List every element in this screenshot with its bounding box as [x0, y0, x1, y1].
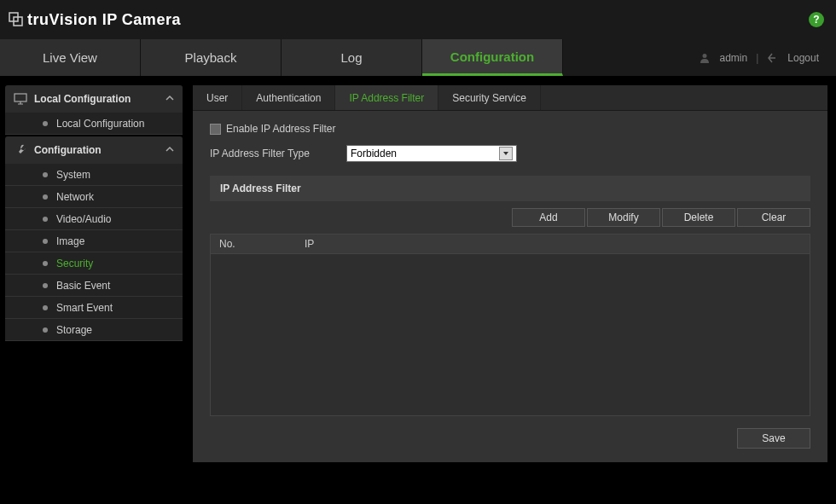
tab-authentication[interactable]: Authentication	[242, 85, 335, 110]
sidebar-section-local: Local Configuration Local Configuration	[5, 85, 183, 135]
filter-toolbar: Add Modify Delete Clear	[210, 201, 810, 234]
filter-type-label: IP Address Filter Type	[210, 148, 346, 159]
modify-button[interactable]: Modify	[587, 208, 660, 227]
nav-live-view[interactable]: Live View	[0, 39, 141, 76]
main-layout: Local Configuration Local Configuration …	[0, 77, 836, 504]
username-label: admin	[719, 52, 747, 64]
enable-filter-label: Enable IP Address Filter	[226, 123, 336, 135]
tab-bar: User Authentication IP Address Filter Se…	[193, 85, 827, 111]
monitor-icon	[14, 92, 27, 106]
filter-table-header: No. IP	[210, 234, 810, 254]
nav-configuration[interactable]: Configuration	[422, 39, 563, 76]
filter-type-value: Forbidden	[351, 148, 397, 159]
user-area: admin | Logout	[682, 39, 836, 76]
add-button[interactable]: Add	[512, 208, 585, 227]
sidebar-header-local[interactable]: Local Configuration	[5, 85, 183, 113]
chevron-up-icon	[165, 144, 174, 156]
sidebar-item-network[interactable]: Network	[5, 186, 183, 208]
column-no: No.	[211, 238, 296, 250]
sidebar-item-video-audio[interactable]: Video/Audio	[5, 208, 183, 230]
sidebar-item-storage[interactable]: Storage	[5, 319, 183, 341]
save-row: Save	[210, 416, 810, 454]
nav-spacer	[563, 39, 682, 76]
app-header: truVision IP Camera ?	[0, 0, 836, 39]
svg-rect-3	[15, 94, 26, 101]
brand-title: truVision IP Camera	[27, 11, 181, 29]
settings-panel: Enable IP Address Filter IP Address Filt…	[193, 111, 827, 462]
filter-type-select[interactable]: Forbidden	[346, 145, 517, 162]
sidebar-section-label: Local Configuration	[34, 93, 131, 105]
nav-log[interactable]: Log	[282, 39, 422, 76]
help-icon[interactable]: ?	[809, 12, 824, 27]
content-area: User Authentication IP Address Filter Se…	[188, 85, 836, 504]
enable-filter-row: Enable IP Address Filter	[210, 123, 810, 135]
top-nav: Live View Playback Log Configuration adm…	[0, 39, 836, 77]
save-button[interactable]: Save	[737, 428, 810, 449]
logout-icon	[767, 52, 779, 64]
tab-user[interactable]: User	[193, 85, 242, 110]
brand-logo-icon	[9, 12, 24, 27]
sidebar-section-config: Configuration System Network Video/Audio…	[5, 136, 183, 341]
chevron-up-icon	[165, 93, 174, 105]
sidebar: Local Configuration Local Configuration …	[0, 85, 188, 504]
sidebar-header-config[interactable]: Configuration	[5, 136, 183, 164]
delete-button[interactable]: Delete	[662, 208, 735, 227]
sidebar-item-smart-event[interactable]: Smart Event	[5, 297, 183, 319]
enable-filter-checkbox[interactable]	[210, 124, 221, 135]
filter-table-body	[210, 254, 810, 416]
sidebar-item-image[interactable]: Image	[5, 230, 183, 252]
clear-button[interactable]: Clear	[737, 208, 810, 227]
sidebar-item-security[interactable]: Security	[5, 252, 183, 275]
sidebar-section-label: Configuration	[34, 144, 102, 156]
tab-ip-address-filter[interactable]: IP Address Filter	[335, 85, 438, 110]
wrench-icon	[14, 143, 27, 157]
filter-section: IP Address Filter Add Modify Delete Clea…	[210, 176, 810, 416]
sidebar-item-system[interactable]: System	[5, 164, 183, 186]
nav-playback[interactable]: Playback	[141, 39, 282, 76]
sidebar-item-local-configuration[interactable]: Local Configuration	[5, 113, 183, 135]
filter-section-title: IP Address Filter	[210, 176, 810, 201]
dropdown-icon	[499, 147, 513, 160]
user-icon	[699, 52, 711, 64]
filter-type-row: IP Address Filter Type Forbidden	[210, 145, 810, 162]
sidebar-item-basic-event[interactable]: Basic Event	[5, 275, 183, 297]
tab-security-service[interactable]: Security Service	[438, 85, 541, 110]
column-ip: IP	[296, 238, 810, 250]
user-divider: |	[756, 52, 758, 64]
logout-link[interactable]: Logout	[787, 52, 819, 64]
svg-point-2	[703, 54, 707, 58]
